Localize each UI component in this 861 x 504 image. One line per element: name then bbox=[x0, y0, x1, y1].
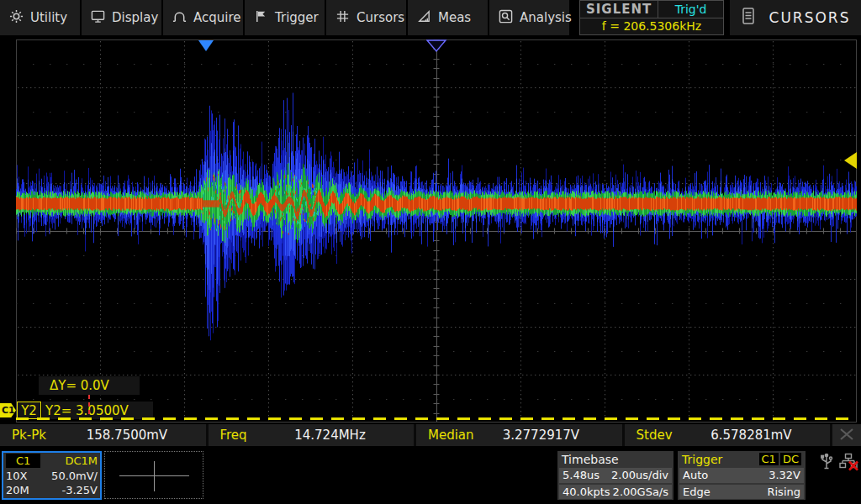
oscilloscope-screen: Utility Display Acquire bbox=[0, 0, 861, 504]
menu-utility[interactable]: Utility bbox=[0, 0, 82, 35]
trigger-position-marker[interactable] bbox=[426, 39, 447, 53]
measurement-freq-value: 14.724MHz bbox=[294, 428, 366, 443]
monitor-icon bbox=[91, 9, 105, 27]
menu-trigger-label: Trigger bbox=[275, 10, 319, 25]
measurement-median[interactable]: Median 3.2772917V bbox=[416, 424, 622, 446]
usb-icon bbox=[819, 453, 834, 475]
trigger-status-badge: Trig'd bbox=[658, 1, 723, 18]
trigger-frequency-readout: f = 206.5306kHz bbox=[580, 18, 723, 35]
measurement-pkpk-value: 158.7500mV bbox=[87, 428, 167, 443]
trigger-slope: Rising bbox=[767, 486, 800, 498]
magnifier-box-icon bbox=[499, 9, 513, 27]
lan-disconnected-icon bbox=[839, 453, 858, 475]
channel1-bandwidth: 20M bbox=[6, 483, 29, 497]
menu-trigger[interactable]: Trigger bbox=[245, 0, 326, 35]
waveform-display-area: ΔY= 0.0V Y2 Y2= 3.0500V C1 bbox=[0, 35, 861, 424]
channel1-offset: -3.25V bbox=[61, 483, 98, 497]
measurement-stdev[interactable]: Stdev 6.578281mV bbox=[625, 424, 831, 446]
measurement-pkpk[interactable]: Pk-Pk 158.7500mV bbox=[0, 424, 206, 446]
trigger-box[interactable]: Trigger C1 DC Auto 3.32V Edge Rising bbox=[678, 451, 806, 500]
measurement-pkpk-label: Pk-Pk bbox=[0, 428, 87, 443]
timebase-points: 40.0kpts bbox=[563, 486, 610, 498]
cursor-pointer-dash bbox=[88, 395, 90, 420]
measurement-median-value: 3.2772917V bbox=[503, 428, 579, 443]
menu-display-label: Display bbox=[112, 10, 158, 25]
measurement-median-label: Median bbox=[416, 428, 503, 443]
trigger-coupling-chip: DC bbox=[780, 453, 801, 465]
trigger-status-block: SIGLENT Trig'd f = 206.5306kHz bbox=[579, 0, 724, 35]
menu-cursors[interactable]: Cursors bbox=[326, 0, 408, 35]
measurement-stdev-value: 6.578281mV bbox=[710, 428, 791, 443]
cursor-delta-y-readout: ΔY= 0.0V bbox=[39, 376, 140, 395]
measurement-close-button[interactable] bbox=[832, 424, 861, 446]
top-menu-bar: Utility Display Acquire bbox=[0, 0, 861, 35]
measurement-freq[interactable]: Freq 14.724MHz bbox=[209, 424, 415, 446]
cursors-dialog-title: CURSORS bbox=[769, 9, 851, 26]
brand-logo: SIGLENT bbox=[580, 1, 658, 18]
acquire-arch-icon bbox=[172, 9, 187, 27]
gear-icon bbox=[9, 9, 24, 27]
flag-icon bbox=[254, 9, 268, 27]
menu-utility-label: Utility bbox=[30, 10, 67, 25]
y2-cursor-tag[interactable]: Y2 bbox=[17, 402, 41, 419]
measurement-freq-label: Freq bbox=[209, 428, 295, 443]
y2-cursor-readout: Y2= 3.0500V bbox=[42, 402, 153, 419]
measurement-bar: Pk-Pk 158.7500mV Freq 14.724MHz Median 3… bbox=[0, 424, 861, 446]
channel1-level-marker[interactable]: C1 bbox=[0, 403, 16, 417]
waveform-canvas[interactable] bbox=[16, 39, 857, 423]
timebase-samplerate: 2.00GSa/s bbox=[613, 486, 668, 498]
menu-acquire[interactable]: Acquire bbox=[163, 0, 245, 35]
trigger-level: 3.32V bbox=[769, 469, 800, 481]
close-icon bbox=[839, 428, 854, 444]
empty-channel-slot[interactable] bbox=[104, 451, 203, 499]
menu-meas-label: Meas bbox=[438, 10, 471, 25]
y2-cursor-line[interactable] bbox=[16, 417, 857, 420]
menu-meas[interactable]: Meas bbox=[408, 0, 489, 35]
crosshair-grid-icon bbox=[335, 9, 350, 27]
timebase-box[interactable]: Timebase 5.48us 2.00us/div 40.0kpts 2.00… bbox=[557, 451, 673, 500]
clipboard-icon bbox=[741, 7, 756, 29]
timebase-title: Timebase bbox=[562, 453, 619, 466]
trigger-level-marker[interactable] bbox=[844, 152, 857, 169]
trigger-source-chip: C1 bbox=[759, 453, 779, 465]
menu-analysis[interactable]: Analysis bbox=[489, 0, 571, 35]
trigger-delay-marker[interactable] bbox=[198, 40, 214, 51]
bottom-status-bar: C1 DC1M 10X 50.0mV/ 20M -3.25V Timebase … bbox=[0, 446, 861, 504]
menu-acquire-label: Acquire bbox=[193, 10, 241, 25]
channel1-descriptor-box[interactable]: C1 DC1M 10X 50.0mV/ 20M -3.25V bbox=[2, 451, 102, 500]
menu-cursors-label: Cursors bbox=[357, 10, 404, 25]
measurement-stdev-label: Stdev bbox=[625, 428, 711, 443]
menu-analysis-label: Analysis bbox=[520, 10, 572, 25]
timebase-delay: 5.48us bbox=[563, 469, 600, 481]
channel1-name-chip: C1 bbox=[6, 454, 40, 468]
trigger-mode: Auto bbox=[683, 469, 708, 481]
menu-display[interactable]: Display bbox=[82, 0, 163, 35]
trigger-title: Trigger bbox=[682, 453, 722, 466]
channel1-probe: 10X bbox=[6, 469, 27, 483]
trigger-type: Edge bbox=[683, 486, 710, 498]
channel1-scale: 50.0mV/ bbox=[51, 469, 98, 483]
channel1-coupling: DC1M bbox=[65, 454, 98, 468]
set-square-icon bbox=[417, 9, 431, 27]
timebase-scale: 2.00us/div bbox=[611, 469, 668, 481]
cursors-dialog-header[interactable]: CURSORS bbox=[730, 0, 861, 35]
